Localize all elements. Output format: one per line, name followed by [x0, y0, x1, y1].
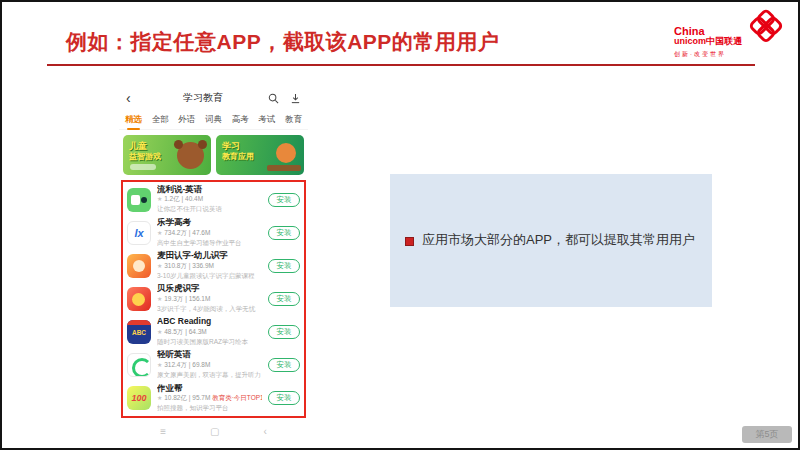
- squirrel-illustration: [276, 143, 296, 163]
- app-row-zuoyebang[interactable]: 100 作业帮 ★ 10.82亿 | 95.7M 教育类·今日TOP1 拍照搜题…: [127, 382, 300, 415]
- install-button[interactable]: 安装: [268, 292, 300, 306]
- install-button[interactable]: 安装: [268, 358, 300, 372]
- desk-illustration: [267, 165, 301, 171]
- rating-icon: ★: [157, 329, 162, 335]
- android-nav-bar: ≡ ▢ ‹: [119, 421, 308, 443]
- rating-icon: ★: [157, 362, 162, 368]
- callout-text: 应用市场大部分的APP，都可以提取其常用用户: [422, 232, 695, 249]
- rating-icon: ★: [157, 196, 162, 202]
- app-meta: 19.3万 | 156.1M: [164, 295, 210, 302]
- unicom-knot-icon: [744, 8, 788, 50]
- app-badge-top1: 教育类·今日TOP1: [212, 394, 262, 401]
- app-meta: 48.5万 | 64.3M: [164, 328, 207, 335]
- page-number-badge[interactable]: 第5页: [742, 426, 792, 443]
- app-description: 原文原声美剧，双语字幕，提升听力: [157, 371, 262, 380]
- category-tabs: 精选 全部 外语 词典 高考 考试 教育: [119, 110, 308, 130]
- tab-foreign-language[interactable]: 外语: [178, 114, 195, 126]
- banner-text: 益智游戏: [129, 152, 161, 162]
- logo-brand-cn: unicom中国联通: [674, 37, 742, 47]
- app-name: 轻听英语: [157, 350, 262, 360]
- liulishuo-app-icon: [127, 188, 151, 212]
- app-name: 流利说-英语: [157, 185, 262, 195]
- app-name: 麦田认字-幼儿识字: [157, 251, 262, 261]
- home-icon[interactable]: ▢: [210, 427, 219, 437]
- page-title: 例如：指定任意APP，截取该APP的常用用户: [66, 28, 499, 56]
- app-name: ABC Reading: [157, 317, 262, 327]
- rating-icon: ★: [157, 263, 162, 269]
- app-meta: 310.8万 | 336.9M: [164, 262, 214, 269]
- banner-text: 儿童: [129, 141, 161, 152]
- banner-learning-apps[interactable]: 学习 教育应用: [216, 135, 304, 175]
- abc-reading-app-icon: ABC: [127, 320, 151, 344]
- app-name: 贝乐虎识字: [157, 284, 262, 294]
- app-row-liulishuo[interactable]: 流利说-英语 ★ 1.2亿 | 40.4M 让你忍不住开口说英语 安装: [127, 183, 300, 216]
- install-button[interactable]: 安装: [268, 325, 300, 339]
- banner-button-pill: [130, 164, 156, 170]
- tab-featured[interactable]: 精选: [125, 114, 142, 126]
- app-row-abc-reading[interactable]: ABC ABC Reading ★ 48.5万 | 64.3M 随时习读美国原版…: [127, 316, 300, 349]
- app-row-beilehu[interactable]: 贝乐虎识字 ★ 19.3万 | 156.1M 3岁识千字，4岁能阅读，入学无忧 …: [127, 282, 300, 315]
- recents-icon[interactable]: ≡: [160, 427, 166, 437]
- back-icon[interactable]: ‹: [126, 90, 138, 106]
- rating-icon: ★: [157, 230, 162, 236]
- app-description: 3-10岁儿童跟读认字识字启蒙课程: [157, 272, 262, 281]
- rating-icon: ★: [157, 296, 162, 302]
- maitian-app-icon: [127, 254, 151, 278]
- app-description: 随时习读美国原版RAZ学习绘本: [157, 338, 262, 347]
- app-name: 作业帮: [157, 384, 262, 394]
- banner-kids-games[interactable]: 儿童 益智游戏: [123, 135, 211, 175]
- app-meta: 10.82亿 | 95.7M: [164, 394, 212, 401]
- highlighted-app-list: 流利说-英语 ★ 1.2亿 | 40.4M 让你忍不住开口说英语 安装 lx 乐…: [121, 180, 306, 418]
- banner-text: 教育应用: [222, 152, 254, 162]
- app-description: 3岁识千字，4岁能阅读，入学无忧: [157, 305, 262, 314]
- app-meta: 734.2万 | 47.6M: [164, 229, 210, 236]
- beilehu-app-icon: [127, 287, 151, 311]
- banner-row: 儿童 益智游戏 学习 教育应用: [119, 130, 308, 178]
- search-icon[interactable]: [268, 93, 279, 104]
- install-button[interactable]: 安装: [268, 226, 300, 240]
- bear-illustration: [177, 142, 204, 169]
- qingting-app-icon: [127, 353, 151, 377]
- tab-gaokao[interactable]: 高考: [232, 114, 249, 126]
- bullet-square-icon: [405, 237, 414, 246]
- app-meta: 312.4万 | 69.8M: [164, 361, 210, 368]
- tab-education[interactable]: 教育: [285, 114, 302, 126]
- banner-text: 学习: [222, 141, 254, 152]
- install-button[interactable]: 安装: [268, 193, 300, 207]
- app-name: 乐学高考: [157, 218, 262, 228]
- app-meta: 1.2亿 | 40.4M: [164, 195, 203, 202]
- app-row-qingting[interactable]: 轻听英语 ★ 312.4万 | 69.8M 原文原声美剧，双语字幕，提升听力 安…: [127, 349, 300, 382]
- app-description: 让你忍不住开口说英语: [157, 205, 262, 214]
- tab-all[interactable]: 全部: [152, 114, 169, 126]
- download-icon[interactable]: [290, 93, 301, 104]
- callout-box: 应用市场大部分的APP，都可以提取其常用用户: [390, 174, 712, 307]
- appstore-header: ‹ 学习教育: [119, 86, 308, 110]
- phone-screenshot: ‹ 学习教育 精选 全部 外语 词典 高考 考试 教育: [119, 86, 308, 448]
- app-description: 高中生自主学习辅导作业平台: [157, 239, 262, 248]
- logo-tagline: 创新·改变世界: [674, 50, 726, 59]
- install-button[interactable]: 安装: [268, 259, 300, 273]
- china-unicom-logo: China unicom中国联通 创新·改变世界: [674, 8, 788, 59]
- app-row-maitian[interactable]: 麦田认字-幼儿识字 ★ 310.8万 | 336.9M 3-10岁儿童跟读认字识…: [127, 249, 300, 282]
- lexue-app-icon: lx: [127, 221, 151, 245]
- title-divider: [47, 64, 755, 66]
- tab-dictionary[interactable]: 词典: [205, 114, 222, 126]
- nav-back-icon[interactable]: ‹: [263, 427, 266, 437]
- app-row-lexue-gaokao[interactable]: lx 乐学高考 ★ 734.2万 | 47.6M 高中生自主学习辅导作业平台 安…: [127, 216, 300, 249]
- zuoyebang-app-icon: 100: [127, 386, 151, 410]
- category-title: 学习教育: [138, 91, 268, 105]
- install-button[interactable]: 安装: [268, 391, 300, 405]
- rating-icon: ★: [157, 395, 162, 401]
- tab-exam[interactable]: 考试: [258, 114, 275, 126]
- slide: 例如：指定任意APP，截取该APP的常用用户 China unicom中国联通 …: [0, 0, 800, 450]
- app-description: 拍照搜题，知识学习平台: [157, 404, 262, 413]
